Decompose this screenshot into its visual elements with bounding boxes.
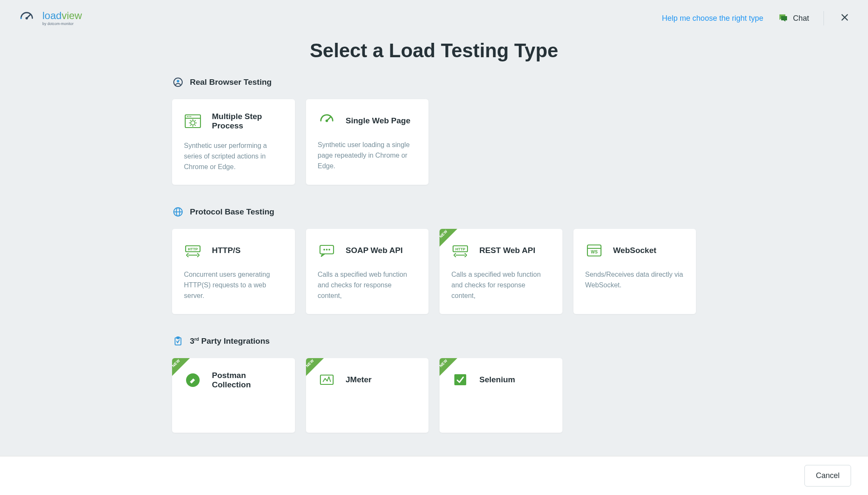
user-circle-icon bbox=[173, 77, 183, 87]
card-title: SOAP Web API bbox=[346, 246, 403, 255]
card-desc: Sends/Receives data directly via WebSock… bbox=[585, 270, 684, 291]
logo-word-load: load bbox=[42, 10, 61, 21]
ws-icon: WS bbox=[585, 242, 603, 259]
clipboard-icon bbox=[173, 336, 183, 346]
card-desc: Calls a specified web function and check… bbox=[451, 270, 551, 301]
svg-point-21 bbox=[326, 249, 328, 250]
card-title: Postman Collection bbox=[212, 371, 283, 389]
card-soap[interactable]: SOAP Web API Calls a specified web funct… bbox=[306, 229, 429, 314]
header: loadview by dotcom-monitor Help me choos… bbox=[0, 0, 868, 31]
scroll-area[interactable]: Select a Load Testing Type Real Browser … bbox=[0, 31, 868, 456]
logo-subtitle: by dotcom-monitor bbox=[42, 22, 82, 26]
section-title: 3rd Party Integrations bbox=[190, 336, 270, 346]
close-icon bbox=[840, 13, 849, 22]
browser-gear-icon bbox=[184, 112, 202, 130]
section-real-browser: Real Browser Testing Multiple bbox=[172, 77, 696, 185]
close-button[interactable] bbox=[838, 11, 851, 25]
card-desc: Synthetic user loading a single page rep… bbox=[318, 140, 417, 171]
svg-line-12 bbox=[327, 117, 331, 121]
http-icon: HTTP bbox=[184, 242, 202, 259]
chat-icon bbox=[778, 13, 788, 23]
card-title: WebSocket bbox=[613, 246, 657, 255]
section-protocol-base: Protocol Base Testing HTTP HTTP/S bbox=[172, 207, 696, 314]
header-divider bbox=[823, 11, 824, 25]
footer: Cancel bbox=[0, 456, 868, 495]
card-jmeter[interactable]: NEW JMeter bbox=[306, 358, 429, 433]
gauge-logo-icon bbox=[19, 10, 35, 26]
chat-button[interactable]: Chat bbox=[778, 13, 809, 23]
svg-point-8 bbox=[189, 116, 189, 117]
logo-group: loadview by dotcom-monitor bbox=[19, 10, 82, 26]
card-websocket[interactable]: WS WebSocket Sends/Receives data directl… bbox=[573, 229, 696, 314]
svg-point-22 bbox=[328, 249, 330, 250]
cancel-button[interactable]: Cancel bbox=[804, 465, 851, 487]
card-desc: Concurrent users generating HTTP(S) requ… bbox=[184, 270, 283, 301]
card-postman[interactable]: NEW Postman Collection bbox=[172, 358, 295, 433]
svg-line-1 bbox=[27, 14, 31, 18]
card-title: Selenium bbox=[479, 375, 515, 384]
page-title: Select a Load Testing Type bbox=[0, 39, 868, 62]
svg-text:WS: WS bbox=[590, 250, 597, 254]
card-desc: Synthetic user performing a series of sc… bbox=[184, 141, 283, 172]
card-title: Single Web Page bbox=[346, 116, 411, 125]
card-title: HTTP/S bbox=[212, 246, 241, 255]
card-title: Multiple Step Process bbox=[212, 112, 283, 131]
svg-text:HTTP: HTTP bbox=[188, 247, 198, 251]
section-third-party: 3rd Party Integrations NEW Postman Colle… bbox=[172, 336, 696, 433]
soap-icon bbox=[318, 242, 336, 259]
card-title: JMeter bbox=[346, 375, 372, 384]
chat-label: Chat bbox=[793, 14, 809, 23]
card-single-page[interactable]: Single Web Page Synthetic user loading a… bbox=[306, 99, 429, 185]
card-desc: Calls a specified web function and check… bbox=[318, 270, 417, 301]
svg-point-2 bbox=[20, 17, 22, 19]
svg-point-7 bbox=[187, 116, 188, 117]
globe-icon bbox=[173, 207, 183, 217]
svg-point-20 bbox=[323, 249, 325, 250]
gauge-icon bbox=[318, 112, 336, 130]
svg-point-9 bbox=[190, 116, 191, 117]
section-title: Protocol Base Testing bbox=[190, 207, 274, 217]
card-rest[interactable]: NEW HTTP REST Web API Calls a specified … bbox=[440, 229, 562, 314]
svg-rect-32 bbox=[320, 375, 333, 384]
help-choose-link[interactable]: Help me choose the right type bbox=[662, 14, 763, 23]
svg-text:HTTP: HTTP bbox=[455, 247, 465, 251]
svg-point-4 bbox=[177, 80, 179, 83]
card-multiple-step[interactable]: Multiple Step Process Synthetic user per… bbox=[172, 99, 295, 185]
card-title: REST Web API bbox=[479, 246, 535, 255]
card-selenium[interactable]: NEW Selenium bbox=[440, 358, 562, 433]
logo-word-view: view bbox=[61, 10, 82, 21]
logo-text: loadview by dotcom-monitor bbox=[42, 11, 82, 26]
svg-point-10 bbox=[191, 121, 195, 125]
section-title: Real Browser Testing bbox=[190, 78, 272, 87]
card-https[interactable]: HTTP HTTP/S Concurrent users generating … bbox=[172, 229, 295, 314]
